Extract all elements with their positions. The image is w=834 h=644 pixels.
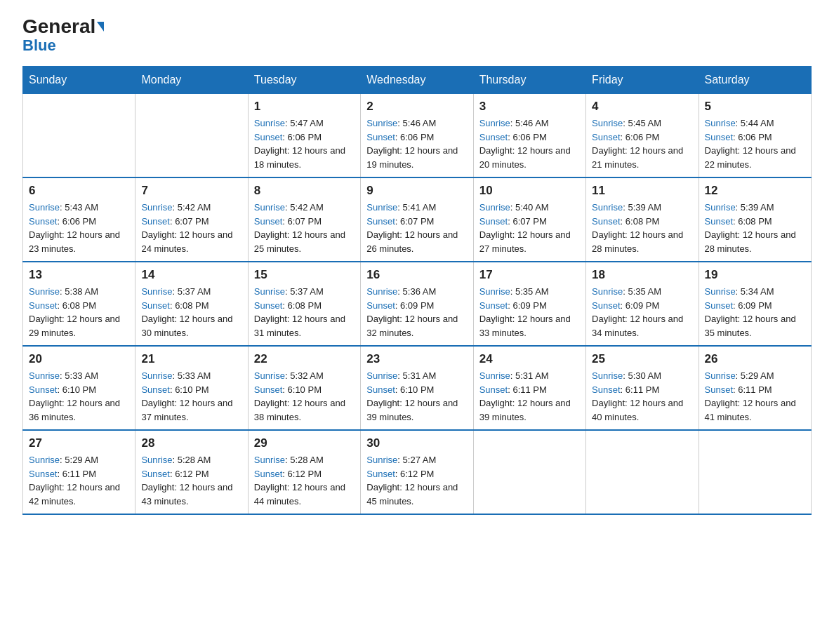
day-info: Sunrise: 5:36 AMSunset: 6:09 PMDaylight:… [366,285,467,340]
info-label: Sunset [29,469,57,479]
calendar-cell: 9Sunrise: 5:41 AMSunset: 6:07 PMDaylight… [361,177,473,262]
calendar-cell: 24Sunrise: 5:31 AMSunset: 6:11 PMDayligh… [473,346,585,430]
info-label: Sunrise [29,370,60,381]
info-value: : 5:44 AM [736,118,774,128]
day-info: Sunrise: 5:32 AMSunset: 6:10 PMDaylight:… [254,369,355,424]
header-tuesday: Tuesday [248,67,360,94]
calendar-cell: 26Sunrise: 5:29 AMSunset: 6:11 PMDayligh… [699,346,811,430]
day-number: 15 [254,268,355,282]
day-info: Sunrise: 5:34 AMSunset: 6:09 PMDaylight:… [705,285,805,340]
logo: General Blue [22,17,104,55]
info-label: Sunset [592,132,620,142]
info-value: : 6:07 PM [508,216,547,227]
day-number: 1 [254,100,355,114]
day-number: 11 [592,184,692,198]
info-value: : 6:07 PM [282,216,322,227]
info-value: : 5:33 AM [173,370,211,381]
info-value: : 6:09 PM [621,300,660,311]
info-label: Sunrise [141,202,172,213]
logo-arrow-icon [97,22,104,32]
calendar-cell: 1Sunrise: 5:47 AMSunset: 6:06 PMDaylight… [248,94,360,178]
calendar-cell: 29Sunrise: 5:28 AMSunset: 6:12 PMDayligh… [248,430,360,514]
info-value: : 6:11 PM [621,384,660,395]
info-label: Sunset [254,469,282,479]
info-label: Sunrise [254,370,285,381]
info-value: : 5:37 AM [285,286,324,297]
info-label: Sunset [366,469,395,479]
info-label: Sunrise [366,455,397,465]
calendar-cell: 17Sunrise: 5:35 AMSunset: 6:09 PMDayligh… [473,262,585,346]
info-label: Sunrise [141,286,172,297]
info-label: Sunrise [29,455,60,465]
calendar-cell [473,430,585,514]
day-number: 22 [254,352,355,366]
info-label: Sunrise [592,118,623,128]
day-number: 29 [254,436,355,450]
day-info: Sunrise: 5:47 AMSunset: 6:06 PMDaylight:… [254,116,355,171]
calendar-cell: 22Sunrise: 5:32 AMSunset: 6:10 PMDayligh… [248,346,360,430]
calendar-cell: 10Sunrise: 5:40 AMSunset: 6:07 PMDayligh… [473,177,585,262]
info-label: Sunset [141,300,169,311]
day-info: Sunrise: 5:42 AMSunset: 6:07 PMDaylight:… [254,201,355,255]
info-value: : 6:06 PM [733,132,772,142]
day-info: Sunrise: 5:46 AMSunset: 6:06 PMDaylight:… [479,116,580,171]
info-value: : 5:29 AM [736,370,774,381]
day-info: Sunrise: 5:46 AMSunset: 6:06 PMDaylight:… [366,116,467,171]
info-value: : 6:09 PM [395,300,435,311]
info-value: : 6:10 PM [395,384,435,395]
info-value: : 5:33 AM [60,370,98,381]
header-saturday: Saturday [699,67,811,94]
info-label: Sunset [705,132,733,142]
info-label: Sunset [141,469,169,479]
info-label: Sunset [366,216,395,227]
info-label: Sunrise [705,286,736,297]
calendar-cell: 2Sunrise: 5:46 AMSunset: 6:06 PMDaylight… [361,94,473,178]
info-value: : 5:29 AM [60,455,98,465]
info-value: : 6:08 PM [170,300,209,311]
calendar-week-2: 6Sunrise: 5:43 AMSunset: 6:06 PMDaylight… [23,177,812,262]
info-label: Sunset [254,132,282,142]
info-value: : 6:12 PM [282,469,322,479]
day-number: 17 [479,268,580,282]
info-value: : 5:43 AM [60,202,98,213]
info-label: Sunrise [254,118,285,128]
calendar-cell: 15Sunrise: 5:37 AMSunset: 6:08 PMDayligh… [248,262,360,346]
calendar-cell: 27Sunrise: 5:29 AMSunset: 6:11 PMDayligh… [23,430,135,514]
info-value: : 5:41 AM [397,202,436,213]
calendar-cell: 18Sunrise: 5:35 AMSunset: 6:09 PMDayligh… [586,262,699,346]
info-label: Sunrise [592,370,623,381]
day-info: Sunrise: 5:28 AMSunset: 6:12 PMDaylight:… [254,453,355,508]
info-label: Sunrise [254,455,285,465]
info-label: Sunrise [254,202,285,213]
day-info: Sunrise: 5:30 AMSunset: 6:11 PMDaylight:… [592,369,692,424]
day-number: 6 [29,184,129,198]
info-value: : 5:40 AM [510,202,549,213]
calendar-cell: 20Sunrise: 5:33 AMSunset: 6:10 PMDayligh… [23,346,135,430]
info-label: Sunset [479,384,508,395]
info-value: : 5:45 AM [623,118,661,128]
info-label: Sunset [479,300,508,311]
info-label: Sunset [705,216,733,227]
info-value: : 6:07 PM [170,216,209,227]
info-value: : 6:08 PM [621,216,660,227]
day-info: Sunrise: 5:33 AMSunset: 6:10 PMDaylight:… [29,369,129,424]
info-label: Sunset [254,300,282,311]
calendar-cell: 5Sunrise: 5:44 AMSunset: 6:06 PMDaylight… [699,94,811,178]
day-number: 27 [29,436,129,450]
calendar-cell: 14Sunrise: 5:37 AMSunset: 6:08 PMDayligh… [135,262,248,346]
info-label: Sunrise [705,370,736,381]
info-value: : 5:31 AM [510,370,549,381]
day-info: Sunrise: 5:31 AMSunset: 6:11 PMDaylight:… [479,369,580,424]
info-label: Sunrise [592,202,623,213]
calendar-cell: 11Sunrise: 5:39 AMSunset: 6:08 PMDayligh… [586,177,699,262]
day-info: Sunrise: 5:33 AMSunset: 6:10 PMDaylight:… [141,369,241,424]
calendar-cell: 30Sunrise: 5:27 AMSunset: 6:12 PMDayligh… [361,430,473,514]
day-info: Sunrise: 5:39 AMSunset: 6:08 PMDaylight:… [592,201,692,255]
calendar-cell: 16Sunrise: 5:36 AMSunset: 6:09 PMDayligh… [361,262,473,346]
info-label: Sunrise [592,286,623,297]
calendar-week-1: 1Sunrise: 5:47 AMSunset: 6:06 PMDaylight… [23,94,812,178]
calendar-cell: 12Sunrise: 5:39 AMSunset: 6:08 PMDayligh… [699,177,811,262]
info-value: : 5:31 AM [397,370,436,381]
info-value: : 5:28 AM [285,455,324,465]
header-friday: Friday [586,67,699,94]
